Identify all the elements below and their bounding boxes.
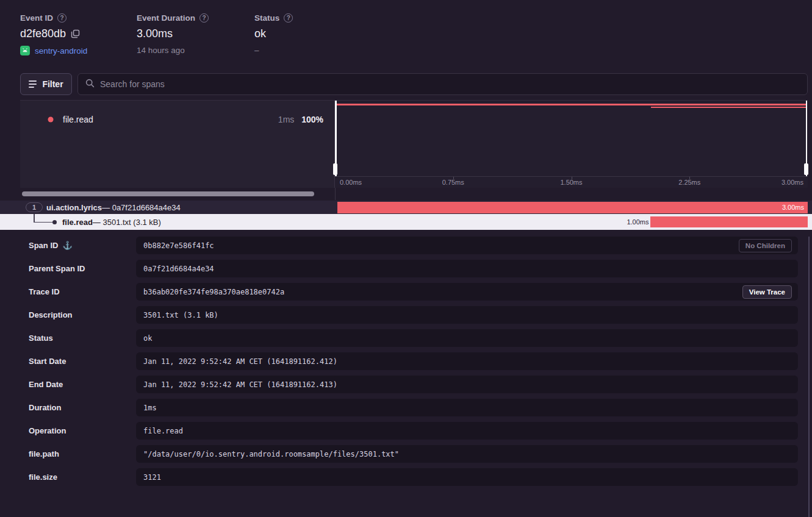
android-project-icon [20, 46, 30, 55]
span-details: Span ID ⚓ 0b882e7e586f41fc No Children P… [0, 237, 812, 491]
status-value: ok [254, 27, 293, 40]
detail-value-box: 3121 [136, 468, 798, 486]
detail-value-box: file.read [136, 422, 798, 440]
span-desc: — 0a7f21d6684a4e34 [102, 203, 181, 212]
detail-value-box: "/data/user/0/io.sentry.android.roomsamp… [136, 445, 798, 463]
span-op: ui.action.lyrics [46, 203, 102, 212]
span-row-parent[interactable]: 1 ui.action.lyrics — 0a7f21d6684a4e34 3.… [0, 201, 812, 214]
anchor-icon[interactable]: ⚓ [62, 241, 72, 250]
detail-label: Trace ID [29, 287, 60, 296]
span-op: file.read [62, 218, 93, 227]
filter-icon [29, 80, 37, 88]
search-bar[interactable] [77, 73, 808, 95]
vertical-scrollbar[interactable] [808, 237, 810, 517]
detail-value-box: 3501.txt (3.1 kB) [136, 306, 798, 324]
axis-tick: 0.75ms [442, 179, 464, 186]
detail-value-box: 0b882e7e586f41fc No Children [136, 237, 798, 254]
detail-value: 0a7f21d6684a4e34 [143, 265, 214, 273]
detail-row: End Date Jan 11, 2022 9:52:42 AM CET (16… [29, 376, 798, 393]
time-axis: 0.00ms 0.75ms 1.50ms 2.25ms 3.00ms [335, 176, 808, 188]
detail-label: Duration [29, 403, 61, 412]
span-row-selected[interactable]: file.read — 3501.txt (3.1 kB) 1.00ms [0, 214, 812, 230]
view-trace-button[interactable]: View Trace [742, 285, 792, 299]
span-desc: — 3501.txt (3.1 kB) [93, 218, 161, 227]
span-duration-bar[interactable]: 3.00ms [337, 202, 808, 213]
detail-value: file.read [143, 427, 183, 435]
detail-row: file.path "/data/user/0/io.sentry.androi… [29, 445, 798, 463]
detail-label: file.size [29, 472, 57, 482]
operation-legend-row[interactable]: file.read 1ms 100% [20, 112, 334, 127]
operation-color-dot [48, 117, 54, 123]
filter-button[interactable]: Filter [20, 73, 72, 95]
axis-tick: 0.00ms [340, 179, 362, 186]
minimap-span-line [335, 104, 807, 105]
children-count-badge[interactable]: 1 [26, 202, 43, 212]
detail-row: Span ID ⚓ 0b882e7e586f41fc No Children [29, 237, 798, 254]
detail-value: Jan 11, 2022 9:52:42 AM CET (1641891162.… [143, 380, 337, 389]
detail-value: 0b882e7e586f41fc [143, 241, 214, 250]
search-input[interactable] [100, 79, 800, 89]
event-duration-label: Event Duration ? [137, 13, 209, 23]
detail-label: Start Date [29, 357, 66, 366]
axis-tick: 2.25ms [678, 179, 700, 186]
event-id-value: d2fe80db [20, 27, 66, 40]
detail-row: Operation file.read [29, 422, 798, 440]
detail-row: Start Date Jan 11, 2022 9:52:42 AM CET (… [29, 352, 798, 370]
axis-tick: 3.00ms [781, 179, 803, 186]
detail-value: ok [143, 334, 152, 343]
detail-label: file.path [29, 449, 59, 458]
status-sub: – [254, 46, 293, 55]
detail-value-box: Jan 11, 2022 9:52:42 AM CET (1641891162.… [136, 352, 798, 370]
status-block: Status ? ok – [254, 13, 293, 55]
detail-label: Status [29, 333, 53, 343]
help-icon[interactable]: ? [57, 13, 66, 23]
tree-connector [34, 214, 35, 222]
detail-value-box: 1ms [136, 399, 798, 416]
horizontal-scrollbar[interactable] [22, 191, 314, 196]
event-id-label: Event ID ? [20, 13, 87, 23]
status-label: Status ? [254, 13, 293, 23]
detail-value: 1ms [143, 404, 157, 412]
detail-label: Span ID [29, 241, 58, 250]
project-link[interactable]: sentry-android [35, 46, 87, 55]
detail-value: 3501.txt (3.1 kB) [143, 311, 218, 319]
detail-value: Jan 11, 2022 9:52:42 AM CET (1641891162.… [143, 357, 337, 366]
trace-minimap[interactable] [335, 101, 808, 176]
trace-panel: file.read 1ms 100% 0.00ms 0.75ms 1.50ms … [20, 100, 808, 199]
span-tree: 1 ui.action.lyrics — 0a7f21d6684a4e34 3.… [0, 201, 812, 230]
operations-breakdown-panel: file.read 1ms 100% [20, 101, 335, 188]
event-duration-ago: 14 hours ago [137, 46, 209, 55]
detail-value-box: b36ab020fe374fe98a370ae818e0742a View Tr… [136, 283, 798, 301]
minimap-right-grip[interactable] [804, 163, 808, 175]
operation-name: file.read [63, 115, 93, 124]
detail-label: Parent Span ID [29, 264, 85, 273]
detail-row: Trace ID b36ab020fe374fe98a370ae818e0742… [29, 283, 798, 301]
span-duration-bar[interactable] [650, 216, 808, 227]
span-detail-page: Event ID ? d2fe80db sentry-android Event… [0, 0, 812, 517]
detail-row: Parent Span ID 0a7f21d6684a4e34 [29, 260, 798, 277]
detail-row: Status ok [29, 329, 798, 347]
detail-value-box: Jan 11, 2022 9:52:42 AM CET (1641891162.… [136, 376, 798, 393]
no-children-button: No Children [739, 239, 792, 252]
detail-value-box: 0a7f21d6684a4e34 [136, 260, 798, 277]
detail-row: Duration 1ms [29, 399, 798, 416]
minimap-span-line [651, 107, 807, 109]
detail-label: Operation [29, 426, 66, 435]
operation-percent: 100% [301, 115, 323, 124]
help-icon[interactable]: ? [199, 13, 209, 23]
detail-label: Description [29, 310, 73, 319]
span-duration-label: 1.00ms [627, 214, 649, 230]
scroll-band [20, 188, 808, 200]
operation-duration: 1ms [278, 115, 294, 124]
copy-icon[interactable] [71, 29, 80, 38]
help-icon[interactable]: ? [284, 13, 293, 23]
detail-value: 3121 [143, 473, 161, 482]
detail-row: Description 3501.txt (3.1 kB) [29, 306, 798, 324]
detail-value: "/data/user/0/io.sentry.android.roomsamp… [143, 450, 399, 458]
event-id-block: Event ID ? d2fe80db sentry-android [20, 13, 87, 55]
detail-label: End Date [29, 380, 63, 389]
event-duration-block: Event Duration ? 3.00ms 14 hours ago [137, 13, 209, 55]
minimap-left-grip[interactable] [333, 163, 337, 175]
event-duration-value: 3.00ms [137, 27, 209, 40]
axis-tick: 1.50ms [560, 179, 582, 186]
